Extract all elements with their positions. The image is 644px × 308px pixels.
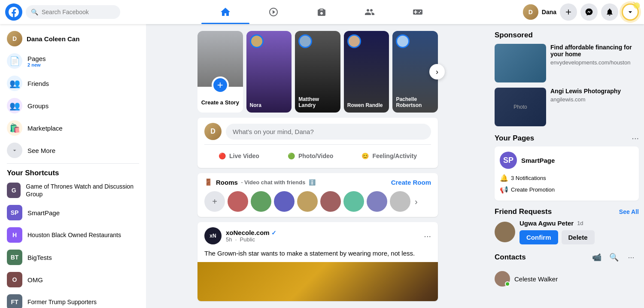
shortcuts-title: Your Shortcuts [3,165,143,179]
create-room-button[interactable]: Create Room [391,179,431,186]
sidebar-item-pages[interactable]: 📄 Pages 2 new [3,50,143,72]
shortcut-fts[interactable]: FT Former Trump Supporters [3,291,143,308]
shortcut-bigtests-icon: BT [7,250,22,265]
sidebar-item-marketplace[interactable]: 🛍️ Marketplace [3,117,143,139]
ad-item-1: Find affordable financing for your home … [495,44,639,82]
shortcut-hbor-icon: H [7,227,22,243]
stories-next-button[interactable]: › [429,64,445,79]
nav-tab-marketplace[interactable] [298,2,346,22]
smartpage-name: SmartPage [521,157,555,164]
ad-image-2[interactable]: Photo [495,88,546,126]
story-card-3[interactable]: Rowen Randle [344,31,389,113]
shortcut-omg[interactable]: O OMG [3,268,143,291]
nav-tab-groups[interactable] [346,2,394,22]
your-pages-title: Your Pages [495,134,534,143]
bell-icon: 🔔 [500,174,508,182]
room-avatar-1[interactable] [228,191,248,212]
smartpage-promotion[interactable]: 📢 Create Promotion [500,184,634,195]
ad-item-2: Photo Angi Lewis Photography angilewis.c… [495,88,639,126]
ad-image-1[interactable] [495,44,546,82]
shortcut-smartpage[interactable]: SP SmartPage [3,201,143,224]
sidebar-user[interactable]: D Dana Coleen Can [3,27,143,50]
live-video-button[interactable]: 🔴 Live Video [212,149,266,163]
menu-button[interactable] [622,3,639,21]
nav-right: D Dana [523,3,639,21]
contacts-section: Contacts 📹 🔍 ··· Celeste Walker [495,250,639,289]
add-button[interactable] [560,3,577,21]
delete-button[interactable]: Delete [562,230,595,244]
sidebar-item-see-more[interactable]: See More [3,139,143,162]
smartpage-icon[interactable]: SP [500,152,517,169]
room-avatar-2[interactable] [251,191,271,212]
search-bar[interactable]: 🔍 [26,5,120,19]
post-composer: D What's on your mind, Dana? 🔴 Live Vide… [197,118,438,168]
contact-item[interactable]: Celeste Walker [495,268,639,289]
your-pages-more-icon[interactable]: ··· [632,133,639,143]
groups-icon: 👥 [7,98,22,113]
nav-tabs [120,2,523,22]
nav-tab-watch[interactable] [249,2,298,22]
shortcut-omg-label: OMG [27,276,43,284]
rooms-header: 🚪 Rooms · Video chat with friends ℹ️ Cre… [204,178,431,186]
room-avatar-7[interactable] [367,191,387,212]
messenger-button[interactable] [580,3,598,21]
story-card-2[interactable]: Matthew Landry [295,31,340,113]
feeling-label: Feeling/Activity [372,152,416,159]
friends-icon: 👥 [7,76,22,91]
room-avatar-6[interactable] [343,191,364,212]
story-card-1[interactable]: Nora [246,31,292,113]
facebook-logo[interactable] [5,3,22,21]
search-contacts-button[interactable]: 🔍 [606,250,622,265]
rooms-info-icon: ℹ️ [309,179,316,186]
room-avatar-3[interactable] [274,191,295,212]
post-privacy: Public [240,236,255,243]
post-meta: 5h · Public [226,236,276,243]
room-avatar-8[interactable] [390,191,410,212]
nav-tab-home[interactable] [201,2,249,22]
new-call-button[interactable]: 📹 [589,250,605,265]
see-all-button[interactable]: See All [619,208,639,215]
rooms-next-button[interactable]: › [413,191,419,212]
shortcut-hbor[interactable]: H Houston Black Owned Restaurants [3,224,143,246]
feeling-activity-button[interactable]: 😊 Feeling/Activity [355,149,423,163]
shortcut-hbor-label: Houston Black Owned Restaurants [27,232,121,238]
nav-tab-gaming[interactable] [394,2,442,22]
story-avatar-1 [250,34,264,48]
online-indicator [505,281,510,287]
room-avatar-4[interactable] [297,191,318,212]
ad-url-2: angilewis.com [550,96,639,103]
friend-requests-card: Ugwa Agwu Peter 1d Confirm Delete [495,220,639,244]
confirm-button[interactable]: Confirm [519,230,558,244]
add-room-avatar[interactable]: + [204,191,225,212]
nav-username: Dana [542,9,556,15]
photo-video-button[interactable]: 🟢 Photo/Video [281,149,340,163]
story-user-label-3: Rowen Randle [347,102,386,108]
sidebar-user-avatar: D [7,31,22,46]
friends-label: Friends [27,80,49,87]
smartpage-notifications[interactable]: 🔔 3 Notifications [500,172,634,184]
create-story-plus-icon[interactable]: + [212,76,229,94]
search-input[interactable] [42,9,115,15]
your-pages-header: Your Pages ··· [495,133,639,143]
post-text: The Grown-ish star wants to make a state… [197,250,438,262]
svg-line-1 [634,3,636,5]
post-input[interactable]: What's on your mind, Dana? [226,124,431,140]
friend-request-time: 1d [577,220,583,226]
story-avatar-2 [298,34,312,48]
marketplace-label: Marketplace [27,125,63,132]
room-avatar-5[interactable] [320,191,341,212]
rooms-title: 🚪 Rooms · Video chat with friends ℹ️ [204,178,316,186]
shortcut-got[interactable]: G Game of Thrones Watch and Discussion G… [3,179,143,201]
contact-name: Celeste Walker [514,275,558,283]
sidebar-item-groups[interactable]: 👥 Groups [3,95,143,117]
create-promotion-label: Create Promotion [511,186,555,193]
live-video-label: Live Video [229,152,259,159]
post-more-button[interactable]: ··· [424,231,431,241]
post-image [197,262,438,301]
sidebar-item-friends[interactable]: 👥 Friends [3,72,143,95]
avatar[interactable]: D [523,4,538,20]
notifications-button[interactable] [601,3,618,21]
shortcut-bigtests[interactable]: BT BigTests [3,246,143,268]
contacts-more-button[interactable]: ··· [623,250,639,265]
create-story-card[interactable]: + Create a Story [197,31,243,113]
